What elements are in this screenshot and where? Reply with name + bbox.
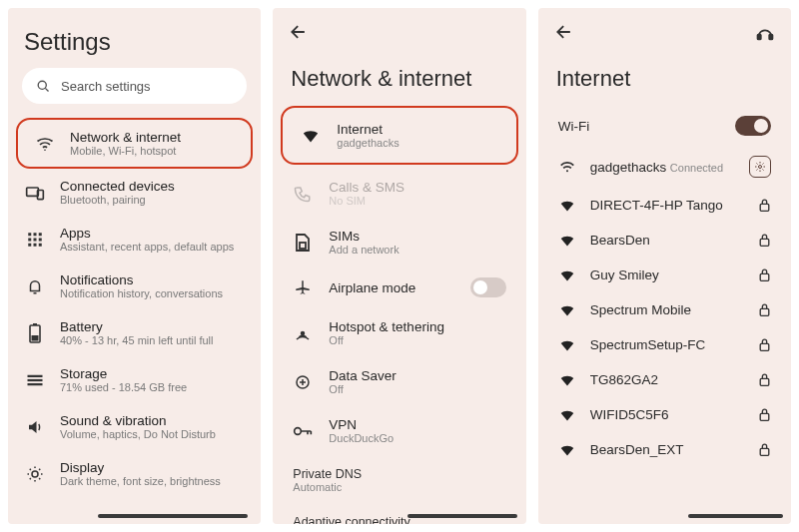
network-row[interactable]: BearsDen_EXT — [538, 432, 791, 467]
wifi-icon — [558, 338, 576, 352]
svg-point-20 — [32, 471, 38, 477]
row-connected-devices[interactable]: Connected devices Bluetooth, pairing — [8, 169, 261, 216]
svg-rect-11 — [28, 243, 31, 246]
network-ssid: DIRECT-4F-HP Tango — [590, 198, 744, 213]
svg-rect-29 — [760, 204, 769, 211]
network-ssid: WIFID5C5F6 — [590, 407, 744, 422]
row-network-internet[interactable]: Network & internet Mobile, Wi-Fi, hotspo… — [26, 128, 243, 159]
svg-rect-5 — [28, 233, 31, 236]
network-row[interactable]: SpectrumSetup-FC — [538, 327, 791, 362]
row-sub: Mobile, Wi-Fi, hotspot — [70, 145, 181, 157]
row-internet[interactable]: Internet gadgethacks — [291, 116, 507, 155]
row-battery[interactable]: Battery 40% - 13 hr, 45 min left until f… — [8, 309, 261, 356]
network-row[interactable]: BearsDen — [538, 223, 791, 258]
lock-icon — [758, 407, 771, 422]
storage-icon — [24, 374, 46, 386]
lock-icon — [758, 302, 771, 317]
row-label: Internet — [337, 122, 497, 137]
row-sims[interactable]: SIMs Add a network — [273, 218, 525, 266]
svg-rect-3 — [27, 188, 39, 196]
svg-rect-30 — [760, 239, 769, 246]
svg-point-0 — [38, 81, 46, 89]
row-private-dns[interactable]: Private DNS Automatic — [273, 455, 525, 495]
row-label: Airplane mode — [329, 280, 453, 295]
page-title: Settings — [8, 8, 261, 68]
network-ssid: Spectrum Mobile — [590, 302, 744, 317]
row-vpn[interactable]: VPN DuckDuckGo — [273, 406, 525, 455]
row-label: Calls & SMS — [329, 180, 505, 195]
bell-icon — [24, 277, 46, 295]
network-ssid: BearsDen_EXT — [590, 442, 744, 457]
apps-icon — [24, 231, 46, 249]
gesture-bar — [688, 514, 783, 518]
phone-icon — [293, 185, 313, 203]
internet-screen: Internet Wi-Fi gadgethacks Connected DIR… — [538, 8, 791, 524]
svg-rect-25 — [757, 35, 760, 40]
row-label: Storage — [60, 366, 187, 381]
row-airplane-mode[interactable]: Airplane mode — [273, 266, 525, 308]
wifi-icon — [558, 303, 576, 317]
svg-rect-32 — [760, 308, 769, 315]
search-settings[interactable]: Search settings — [22, 68, 247, 104]
svg-rect-26 — [769, 35, 772, 40]
row-label: Apps — [60, 226, 234, 241]
row-label: Battery — [60, 319, 213, 334]
svg-rect-8 — [28, 238, 31, 241]
wifi-master-row[interactable]: Wi-Fi — [538, 106, 791, 146]
wifi-toggle[interactable] — [735, 116, 771, 136]
help-icon[interactable] — [755, 22, 775, 42]
network-row[interactable]: DIRECT-4F-HP Tango — [538, 188, 791, 223]
row-sub: No SIM — [329, 195, 505, 207]
search-icon — [36, 79, 51, 94]
svg-point-27 — [566, 170, 568, 172]
svg-rect-16 — [32, 335, 39, 341]
row-display[interactable]: Display Dark theme, font size, brightnes… — [8, 450, 261, 497]
svg-rect-7 — [39, 233, 42, 236]
svg-rect-19 — [28, 383, 43, 385]
svg-rect-6 — [34, 233, 37, 236]
lock-icon — [758, 233, 771, 248]
page-title: Network & internet — [273, 42, 525, 106]
row-sound[interactable]: Sound & vibration Volume, haptics, Do No… — [8, 403, 261, 450]
network-row[interactable]: TG862GA2 — [538, 362, 791, 397]
airplane-toggle[interactable] — [470, 277, 506, 297]
back-button[interactable] — [289, 22, 309, 42]
sound-icon — [24, 418, 46, 436]
svg-rect-33 — [760, 343, 769, 350]
row-label: Hotspot & tethering — [329, 319, 505, 334]
row-notifications[interactable]: Notifications Notification history, conv… — [8, 263, 261, 309]
highlight-network-internet: Network & internet Mobile, Wi-Fi, hotspo… — [16, 118, 253, 169]
back-button[interactable] — [554, 22, 574, 42]
network-ssid: BearsDen — [590, 233, 744, 248]
hotspot-icon — [293, 324, 313, 342]
wifi-icon — [558, 199, 576, 213]
battery-icon — [24, 323, 46, 343]
row-label: Sound & vibration — [60, 413, 216, 428]
lock-icon — [758, 267, 771, 282]
row-storage[interactable]: Storage 71% used - 18.54 GB free — [8, 356, 261, 403]
svg-point-22 — [302, 331, 305, 334]
svg-point-24 — [295, 427, 302, 434]
wifi-icon — [34, 134, 56, 154]
gesture-bar — [407, 514, 517, 518]
highlight-internet: Internet gadgethacks — [281, 106, 517, 165]
private-dns-value: Automatic — [293, 481, 505, 493]
network-row[interactable]: Guy Smiley — [538, 258, 791, 292]
row-apps[interactable]: Apps Assistant, recent apps, default app… — [8, 216, 261, 263]
network-row[interactable]: Spectrum Mobile — [538, 292, 791, 327]
connected-network-row[interactable]: gadgethacks Connected — [538, 146, 791, 188]
page-title: Internet — [538, 42, 791, 106]
network-settings-button[interactable] — [749, 156, 771, 178]
svg-rect-18 — [28, 378, 43, 380]
row-data-saver[interactable]: Data Saver Off — [273, 357, 525, 406]
display-icon — [24, 465, 46, 483]
wifi-icon — [558, 373, 576, 387]
row-sub: Bluetooth, pairing — [60, 194, 175, 206]
svg-rect-31 — [760, 273, 769, 280]
settings-screen: Settings Search settings Network & inter… — [8, 8, 261, 524]
row-hotspot[interactable]: Hotspot & tethering Off — [273, 308, 525, 357]
network-row[interactable]: WIFID5C5F6 — [538, 397, 791, 432]
row-sub: gadgethacks — [337, 137, 497, 149]
vpn-icon — [293, 425, 313, 437]
row-sub: Volume, haptics, Do Not Disturb — [60, 428, 216, 440]
